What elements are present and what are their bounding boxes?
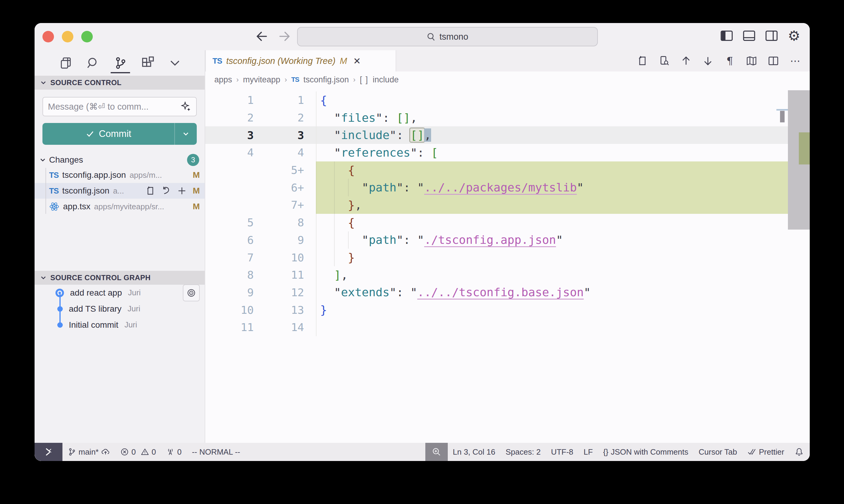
code-line[interactable]: 33 "include": [], bbox=[205, 126, 788, 144]
commit-message-input[interactable]: Message (⌘⏎ to comm... bbox=[42, 97, 197, 116]
toggle-secondary-sidebar-icon[interactable] bbox=[765, 29, 778, 42]
commit-author: Juri bbox=[128, 288, 141, 298]
code-line-content: } bbox=[316, 249, 788, 266]
typescript-file-icon: TS bbox=[212, 56, 222, 66]
tab-modified-badge: M bbox=[340, 56, 347, 66]
breadcrumb-apps[interactable]: apps bbox=[214, 75, 232, 85]
explorer-icon[interactable] bbox=[59, 54, 73, 72]
new-line-number: 9 bbox=[261, 231, 307, 249]
code-lines: 11{22 "files": [],33 "include": [],44 "r… bbox=[205, 91, 788, 336]
new-line-number: 8 bbox=[261, 214, 307, 231]
source-control-graph-section-header[interactable]: SOURCE CONTROL GRAPH bbox=[35, 271, 205, 285]
code-line[interactable]: 1013} bbox=[205, 301, 788, 319]
code-line[interactable]: 1114 bbox=[205, 319, 788, 336]
more-views-chevron-icon[interactable] bbox=[168, 54, 182, 72]
commit-dropdown-button[interactable] bbox=[174, 123, 197, 145]
changes-header[interactable]: Changes 3 bbox=[35, 152, 205, 167]
open-file-icon[interactable] bbox=[145, 186, 155, 196]
search-value: tsmono bbox=[439, 32, 468, 42]
toggle-panel-icon[interactable] bbox=[742, 29, 756, 42]
encoding-status-item[interactable]: UTF-8 bbox=[546, 443, 579, 461]
eol-status-item[interactable]: LF bbox=[579, 443, 598, 461]
breadcrumb-myviteapp[interactable]: myviteapp bbox=[243, 75, 280, 85]
code-line[interactable]: 6+ "path": "../../packages/mytslib" bbox=[205, 179, 788, 196]
remote-indicator[interactable] bbox=[35, 443, 63, 461]
gutter-gap bbox=[307, 319, 316, 336]
code-line[interactable]: 22 "files": [], bbox=[205, 109, 788, 127]
problems-status-item[interactable]: 0 0 bbox=[115, 443, 161, 461]
open-file-icon[interactable] bbox=[636, 55, 649, 67]
vertical-scrollbar[interactable] bbox=[788, 88, 810, 443]
cursor-position-status-item[interactable]: Ln 3, Col 16 bbox=[448, 443, 500, 461]
breadcrumb-tsconfig-json[interactable]: tsconfig.json bbox=[304, 75, 349, 85]
settings-gear-icon[interactable]: ⚙ bbox=[787, 29, 800, 42]
goto-current-commit-icon[interactable] bbox=[183, 284, 200, 301]
sidebar: SOURCE CONTROL Message (⌘⏎ to comm... Co… bbox=[35, 50, 205, 443]
file-row-app-tsx[interactable]: app.tsx apps/myviteapp/sr... M bbox=[35, 199, 205, 214]
tab-close-icon[interactable]: ✕ bbox=[353, 56, 361, 66]
tab-tsconfig-json-working-tree[interactable]: TS tsconfig.json (Working Tree) M ✕ bbox=[205, 50, 396, 71]
code-line[interactable]: 710 } bbox=[205, 249, 788, 266]
code-line[interactable]: 811 ], bbox=[205, 266, 788, 284]
previous-change-arrow-up-icon[interactable] bbox=[680, 55, 692, 67]
minimize-window-button[interactable] bbox=[62, 31, 73, 42]
sparkle-ai-icon[interactable] bbox=[181, 102, 191, 112]
code-line[interactable]: 69 "path": "./tsconfig.app.json" bbox=[205, 231, 788, 249]
stage-changes-plus-icon[interactable] bbox=[177, 186, 187, 196]
cursor-tab-status-item[interactable]: Cursor Tab bbox=[694, 443, 742, 461]
gutter-gap bbox=[307, 284, 316, 301]
formatter-status-item[interactable]: Prettier bbox=[742, 443, 789, 461]
close-window-button[interactable] bbox=[42, 31, 54, 42]
next-change-arrow-down-icon[interactable] bbox=[702, 55, 714, 67]
code-line[interactable]: 44 "references": [ bbox=[205, 144, 788, 161]
code-line-content bbox=[316, 319, 788, 336]
accessible-diff-viewer-icon[interactable] bbox=[658, 55, 670, 67]
map-icon[interactable] bbox=[745, 55, 758, 67]
code-line[interactable]: 11{ bbox=[205, 91, 788, 109]
modified-badge: M bbox=[193, 202, 200, 211]
zoom-indicator[interactable] bbox=[425, 443, 448, 461]
code-line[interactable]: 7+ }, bbox=[205, 196, 788, 214]
gutter-gap bbox=[307, 109, 316, 127]
ports-status-item[interactable]: 0 bbox=[161, 443, 187, 461]
toggle-whitespace-pilcrow-icon[interactable]: ¶ bbox=[724, 55, 736, 67]
toggle-primary-sidebar-icon[interactable] bbox=[720, 29, 733, 42]
code-line[interactable]: 58 { bbox=[205, 214, 788, 231]
gutter-gap bbox=[307, 231, 316, 249]
file-row-tsconfig-app-json[interactable]: TS tsconfig.app.json apps/m... M bbox=[35, 167, 205, 183]
code-line-content: { bbox=[316, 91, 788, 109]
breadcrumb-separator: › bbox=[353, 75, 356, 84]
extensions-icon[interactable] bbox=[141, 54, 155, 72]
source-control-view-icon[interactable] bbox=[114, 54, 127, 72]
diff-editor[interactable]: 11{22 "files": [],33 "include": [],44 "r… bbox=[205, 88, 810, 443]
commit-button[interactable]: Commit bbox=[42, 123, 197, 145]
notifications-bell-icon[interactable] bbox=[789, 443, 806, 461]
code-line[interactable]: 912 "extends": "../../tsconfig.base.json… bbox=[205, 284, 788, 301]
indentation-status-item[interactable]: Spaces: 2 bbox=[500, 443, 546, 461]
breadcrumb-include[interactable]: include bbox=[373, 75, 399, 85]
branch-status-item[interactable]: main* bbox=[63, 443, 115, 461]
file-row-tsconfig-json[interactable]: TS tsconfig.json a... M bbox=[35, 183, 205, 199]
source-control-section-header[interactable]: SOURCE CONTROL bbox=[35, 76, 205, 90]
discard-changes-icon[interactable] bbox=[161, 186, 171, 196]
publish-cloud-icon bbox=[101, 447, 110, 456]
typescript-file-icon: TS bbox=[49, 186, 58, 196]
more-actions-ellipsis-icon[interactable]: ⋯ bbox=[789, 55, 801, 67]
minimap[interactable] bbox=[778, 88, 788, 123]
file-name: app.tsx bbox=[63, 202, 90, 211]
vim-mode-indicator[interactable]: -- NORMAL -- bbox=[187, 443, 245, 461]
code-line-content: "path": "./tsconfig.app.json" bbox=[316, 231, 788, 249]
code-line[interactable]: 5+ { bbox=[205, 161, 788, 179]
maximize-window-button[interactable] bbox=[81, 31, 93, 42]
split-editor-icon[interactable] bbox=[767, 55, 779, 67]
search-view-icon[interactable] bbox=[86, 54, 100, 72]
language-mode-status-item[interactable]: {} JSON with Comments bbox=[598, 443, 693, 461]
errors-count: 0 bbox=[131, 447, 136, 457]
command-center-search[interactable]: tsmono bbox=[297, 27, 598, 46]
navigate-back-button[interactable] bbox=[255, 29, 268, 44]
old-line-number bbox=[205, 179, 261, 196]
gutter-gap bbox=[307, 301, 316, 319]
navigate-forward-button[interactable] bbox=[278, 29, 292, 44]
gutter-gap bbox=[307, 249, 316, 266]
old-line-number: 5 bbox=[205, 214, 261, 231]
